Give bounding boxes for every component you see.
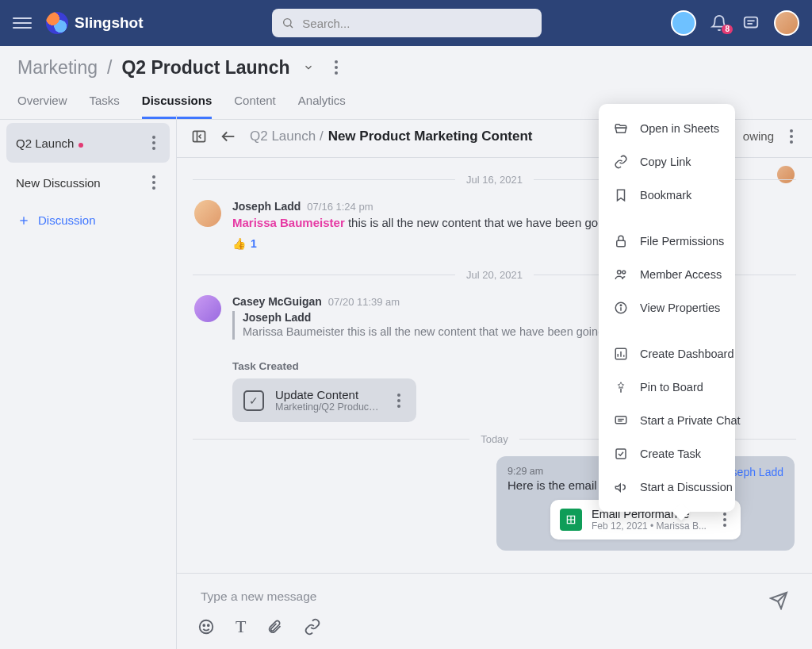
svg-rect-18	[617, 240, 626, 247]
link-button[interactable]	[303, 618, 322, 636]
text-format-button[interactable]: T	[236, 616, 246, 637]
task-title: Update Content	[275, 388, 381, 401]
sidebar-item-new-discussion[interactable]: New Discussion	[6, 163, 170, 202]
sidebar-item-q2-launch[interactable]: Q2 Launch	[6, 123, 170, 163]
dashboard-icon	[613, 346, 629, 362]
smile-icon	[197, 618, 215, 636]
avatar[interactable]	[194, 295, 221, 322]
avatar[interactable]	[194, 200, 221, 227]
svg-point-14	[203, 624, 205, 626]
lock-icon	[613, 233, 629, 249]
thread-title: New Product Marketing Content	[328, 129, 533, 144]
sidebar-item-label: Q2 Launch	[16, 136, 74, 150]
notifications-button[interactable]: 8	[710, 14, 728, 32]
search-icon	[282, 17, 294, 29]
send-icon	[769, 591, 788, 610]
menu-create-dashboard[interactable]: Create Dashboard	[599, 337, 735, 371]
chat-button[interactable]	[742, 14, 760, 32]
sidebar-item-more[interactable]	[147, 131, 160, 155]
menu-open-in-sheets[interactable]: Open in Sheets	[599, 112, 735, 145]
svg-rect-32	[616, 449, 626, 459]
menu-pin-to-board[interactable]: Pin to Board	[599, 371, 735, 404]
task-icon	[613, 446, 629, 462]
emoji-button[interactable]	[197, 618, 215, 636]
top-navbar: Slingshot Search... 8	[0, 0, 812, 46]
sheets-icon	[560, 509, 582, 531]
search-placeholder: Search...	[302, 17, 350, 30]
plus-icon	[17, 214, 30, 227]
bookmark-icon	[613, 187, 629, 203]
collapse-sidebar-button[interactable]	[191, 129, 207, 144]
task-icon: ✓	[243, 390, 264, 411]
folder-open-icon	[613, 121, 629, 136]
menu-copy-link[interactable]: Copy Link	[599, 145, 735, 179]
message-time: 07/20 11:39 am	[328, 296, 400, 308]
attach-button[interactable]	[266, 618, 282, 636]
message-time: 07/16 1:24 pm	[307, 201, 373, 213]
mention[interactable]: Marissa Baumeister	[232, 216, 345, 229]
svg-point-20	[622, 271, 626, 274]
follow-label[interactable]: owing	[743, 129, 774, 143]
svg-point-13	[200, 620, 213, 634]
task-sub: Marketing/Q2 Product L...	[275, 401, 381, 413]
reaction-count: 1	[251, 237, 257, 250]
paperclip-icon	[266, 618, 282, 636]
menu-create-task[interactable]: Create Task	[599, 437, 735, 470]
members-icon	[613, 267, 629, 282]
back-button[interactable]	[220, 128, 237, 145]
task-more-button[interactable]	[393, 389, 405, 413]
menu-file-permissions[interactable]: File Permissions	[599, 225, 735, 258]
breadcrumb: Marketing / Q2 Product Launch	[0, 46, 812, 89]
message-author[interactable]: Casey McGuigan	[232, 295, 322, 308]
chat-icon	[613, 413, 629, 428]
logo-mark-icon	[46, 12, 68, 34]
menu-bookmark[interactable]: Bookmark	[599, 179, 735, 212]
chevron-down-icon[interactable]	[303, 62, 314, 73]
seen-by[interactable]: seph Ladd	[732, 466, 783, 478]
svg-point-0	[284, 19, 291, 26]
thread-path[interactable]: Q2 Launch /	[250, 129, 324, 144]
sidebar-item-label: New Discussion	[16, 176, 101, 190]
sidebar-item-more[interactable]	[147, 171, 160, 194]
thread-more-button[interactable]	[785, 125, 798, 148]
svg-point-23	[620, 305, 622, 306]
unread-dot-icon	[79, 143, 83, 148]
add-discussion-label: Discussion	[38, 213, 96, 227]
svg-point-19	[618, 271, 622, 275]
breadcrumb-current[interactable]: Q2 Product Launch	[121, 57, 289, 79]
add-discussion-button[interactable]: Discussion	[6, 202, 170, 238]
message-composer: Type a new message T	[177, 573, 812, 649]
menu-start-discussion[interactable]: Start a Discussion	[599, 470, 735, 504]
megaphone-icon	[613, 479, 629, 495]
task-card[interactable]: ✓ Update Content Marketing/Q2 Product L.…	[232, 378, 416, 422]
search-input[interactable]: Search...	[272, 9, 542, 37]
link-icon	[303, 618, 322, 636]
app-logo[interactable]: Slingshot	[46, 12, 144, 34]
svg-point-15	[208, 624, 209, 626]
discussions-sidebar: Q2 Launch New Discussion Discussion	[0, 115, 177, 649]
project-more-button[interactable]	[330, 56, 343, 79]
notification-badge: 8	[722, 25, 733, 34]
breadcrumb-parent[interactable]: Marketing	[17, 57, 98, 79]
composer-input[interactable]: Type a new message	[197, 583, 791, 616]
chat-icon	[742, 14, 760, 32]
message-author[interactable]: Joseph Ladd	[232, 200, 301, 213]
link-icon	[613, 154, 629, 170]
pin-icon	[613, 379, 629, 395]
file-sub: Feb 12, 2021 • Marissa B...	[592, 520, 709, 532]
send-button[interactable]	[769, 591, 788, 610]
info-icon	[613, 300, 629, 316]
thumbs-up-icon: 👍	[232, 237, 246, 250]
file-context-menu: Open in Sheets Copy Link Bookmark File P…	[599, 104, 735, 512]
hamburger-icon[interactable]	[13, 17, 32, 29]
menu-view-properties[interactable]: View Properties	[599, 291, 735, 324]
guest-avatar[interactable]	[671, 10, 696, 36]
menu-start-private-chat[interactable]: Start a Private Chat	[599, 404, 735, 437]
svg-rect-2	[745, 17, 758, 28]
menu-member-access[interactable]: Member Access	[599, 258, 735, 291]
svg-line-1	[290, 25, 293, 28]
app-name: Slingshot	[75, 14, 144, 32]
user-avatar[interactable]	[774, 10, 799, 36]
breadcrumb-sep: /	[107, 57, 112, 79]
